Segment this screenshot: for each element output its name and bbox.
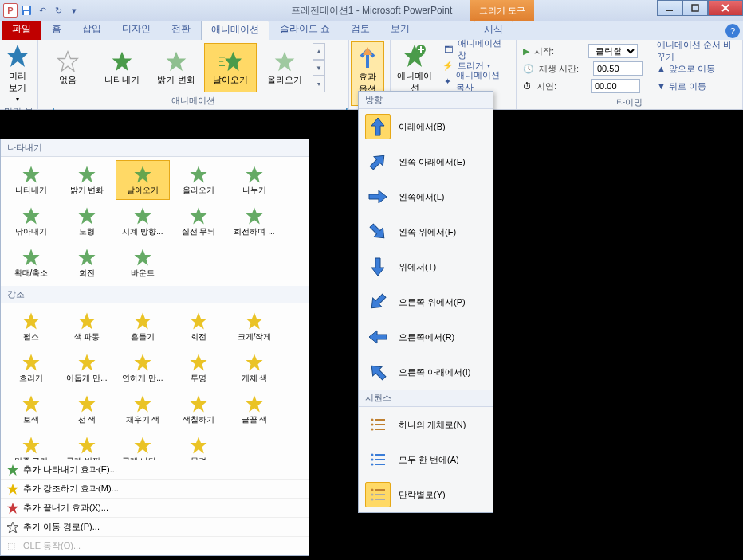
more-entrance-button[interactable]: 추가 나타내기 효과(E)... bbox=[1, 460, 309, 479]
gallery-item[interactable]: 글꼴 색 bbox=[227, 390, 281, 429]
direction-from-left[interactable]: 왼쪽에서(L) bbox=[359, 179, 493, 214]
gallery-item[interactable]: 흔들기 bbox=[116, 307, 170, 347]
arrow-down-right-icon bbox=[365, 219, 391, 245]
move-later-button[interactable]: ▼ 뒤로 이동 bbox=[654, 78, 736, 94]
gallery-item[interactable]: 나타내기 bbox=[4, 160, 58, 200]
direction-from-bottom[interactable]: 아래에서(B) bbox=[359, 109, 493, 144]
gallery-item[interactable]: 날아오기 bbox=[116, 160, 170, 200]
svg-marker-15 bbox=[275, 51, 295, 71]
gallery-item[interactable]: 크게/작게 bbox=[227, 307, 281, 347]
maximize-button[interactable] bbox=[682, 0, 708, 16]
gallery-item[interactable]: 바운드 bbox=[116, 243, 170, 283]
direction-from-top-right[interactable]: 오른쪽 위에서(P) bbox=[359, 284, 493, 319]
gallery-item[interactable]: 회전 bbox=[60, 243, 114, 283]
svg-marker-77 bbox=[135, 437, 151, 453]
gallery-item[interactable]: 밑줄 긋기 bbox=[4, 431, 58, 460]
sequence-by-paragraph[interactable]: 단락별로(Y) bbox=[359, 477, 493, 512]
svg-marker-74 bbox=[246, 395, 263, 412]
svg-marker-69 bbox=[246, 354, 263, 370]
tab-home[interactable]: 홈 bbox=[41, 18, 72, 40]
direction-from-top[interactable]: 위에서(T) bbox=[359, 249, 493, 284]
gallery-item[interactable]: 흐리기 bbox=[4, 348, 58, 388]
more-emphasis-button[interactable]: 추가 강조하기 효과(M)... bbox=[1, 479, 309, 498]
gallery-down-icon[interactable]: ▼ bbox=[313, 60, 325, 76]
anim-fade[interactable]: 밝기 변화 bbox=[150, 43, 202, 92]
gallery-item[interactable]: 굵게 번쩍... bbox=[60, 431, 114, 460]
more-entrance-label: 추가 나타내기 효과(E)... bbox=[23, 464, 117, 476]
direction-from-right[interactable]: 오른쪽에서(R) bbox=[359, 319, 493, 354]
svg-marker-54 bbox=[135, 207, 151, 224]
gallery-item[interactable]: 닦아내기 bbox=[4, 202, 58, 241]
duration-input[interactable] bbox=[593, 61, 643, 76]
gallery-item[interactable]: 실선 무늬 bbox=[171, 202, 226, 241]
gallery-item[interactable]: 채우기 색 bbox=[116, 390, 170, 429]
gallery-item[interactable]: 확대/축소 bbox=[4, 243, 58, 283]
anim-appear[interactable]: 나타내기 bbox=[96, 43, 148, 92]
more-exit-button[interactable]: 추가 끝내기 효과(X)... bbox=[1, 498, 309, 517]
tab-design[interactable]: 디자인 bbox=[112, 18, 161, 40]
anim-none[interactable]: 없음 bbox=[41, 43, 94, 92]
gallery-item[interactable]: 투명 bbox=[171, 348, 226, 388]
app-icon[interactable]: P bbox=[3, 3, 18, 18]
svg-marker-67 bbox=[135, 354, 151, 370]
help-icon[interactable]: ? bbox=[725, 24, 740, 38]
gallery-item[interactable]: 펄스 bbox=[4, 307, 58, 347]
start-row: ▶ 시작: 클릭할 때 bbox=[523, 43, 643, 59]
animation-pane-button[interactable]: 🗔 애니메이션 창 bbox=[438, 41, 514, 57]
svg-marker-60 bbox=[23, 312, 40, 329]
gallery-item[interactable]: 나누기 bbox=[227, 160, 281, 200]
gallery-item[interactable]: 밝기 변화 bbox=[60, 160, 114, 200]
gallery-item[interactable]: 도형 bbox=[60, 202, 114, 241]
gallery-item[interactable]: 색 파동 bbox=[60, 307, 114, 347]
gallery-more-icon[interactable]: ▾ bbox=[313, 76, 325, 92]
start-select[interactable]: 클릭할 때 bbox=[588, 44, 638, 58]
tab-slideshow[interactable]: 슬라이드 쇼 bbox=[269, 18, 340, 40]
qat-dropdown-icon[interactable]: ▾ bbox=[67, 3, 81, 18]
direction-from-top-left[interactable]: 왼쪽 위에서(F) bbox=[359, 214, 493, 249]
gallery-item[interactable]: 시계 방향... bbox=[116, 202, 170, 241]
svg-marker-23 bbox=[369, 190, 387, 203]
direction-from-bottom-right[interactable]: 오른쪽 아래에서(I) bbox=[359, 354, 493, 390]
svg-marker-59 bbox=[135, 249, 151, 265]
more-motion-button[interactable]: 추가 이동 경로(P)... bbox=[1, 517, 309, 536]
gallery-item[interactable]: 선 색 bbox=[60, 390, 114, 429]
minimize-button[interactable] bbox=[657, 0, 682, 16]
direction-from-bottom-left[interactable]: 왼쪽 아래에서(E) bbox=[359, 144, 493, 179]
animation-painter-button[interactable]: ✦ 애니메이션 복사 bbox=[438, 73, 514, 89]
undo-icon[interactable]: ↶ bbox=[35, 3, 49, 18]
direction-from-right-label: 오른쪽에서(R) bbox=[399, 331, 454, 343]
more-motion-label: 추가 이동 경로(P)... bbox=[23, 521, 100, 533]
tab-file[interactable]: 파일 bbox=[2, 18, 41, 40]
gallery-item[interactable]: 색칠하기 bbox=[171, 390, 226, 429]
gallery-item[interactable]: 올라오기 bbox=[171, 160, 226, 200]
gallery-item[interactable]: 회전하며 ... bbox=[227, 202, 281, 241]
move-earlier-button[interactable]: ▲ 앞으로 이동 bbox=[654, 61, 736, 76]
anim-flyin[interactable]: 날아오기 bbox=[204, 43, 257, 92]
svg-marker-26 bbox=[368, 292, 389, 313]
gallery-item[interactable]: 회전 bbox=[171, 307, 226, 347]
gallery-item[interactable]: 물결 bbox=[171, 431, 226, 460]
preview-button[interactable]: 미리 보기 ▾ bbox=[2, 41, 33, 104]
sequence-as-one[interactable]: 하나의 개체로(N) bbox=[359, 407, 493, 442]
gallery-item[interactable]: 개체 색 bbox=[227, 348, 281, 388]
redo-icon[interactable]: ↻ bbox=[51, 3, 65, 18]
svg-marker-62 bbox=[135, 312, 151, 329]
tab-insert[interactable]: 삽입 bbox=[72, 18, 112, 40]
sequence-all-at-once[interactable]: 모두 한 번에(A) bbox=[359, 442, 493, 477]
tab-view[interactable]: 보기 bbox=[380, 18, 420, 40]
tab-animations[interactable]: 애니메이션 bbox=[201, 19, 269, 40]
arrow-down-left-icon bbox=[365, 289, 391, 315]
delay-input[interactable] bbox=[591, 79, 640, 93]
close-button[interactable] bbox=[708, 0, 743, 16]
ole-action-button[interactable]: ⬚ OLE 동작(O)... bbox=[1, 536, 309, 555]
gallery-up-icon[interactable]: ▲ bbox=[313, 43, 325, 60]
gallery-item[interactable]: 연하게 만... bbox=[116, 348, 170, 388]
tab-transitions[interactable]: 전환 bbox=[161, 18, 201, 40]
gallery-item[interactable]: 보색 bbox=[4, 390, 58, 429]
anim-floatin[interactable]: 올라오기 bbox=[258, 43, 311, 92]
save-icon[interactable] bbox=[19, 3, 33, 18]
gallery-item[interactable]: 어둡게 만... bbox=[60, 348, 114, 388]
tab-review[interactable]: 검토 bbox=[340, 18, 380, 40]
svg-point-35 bbox=[372, 454, 374, 456]
gallery-item[interactable]: 굵게 나타... bbox=[116, 431, 170, 460]
